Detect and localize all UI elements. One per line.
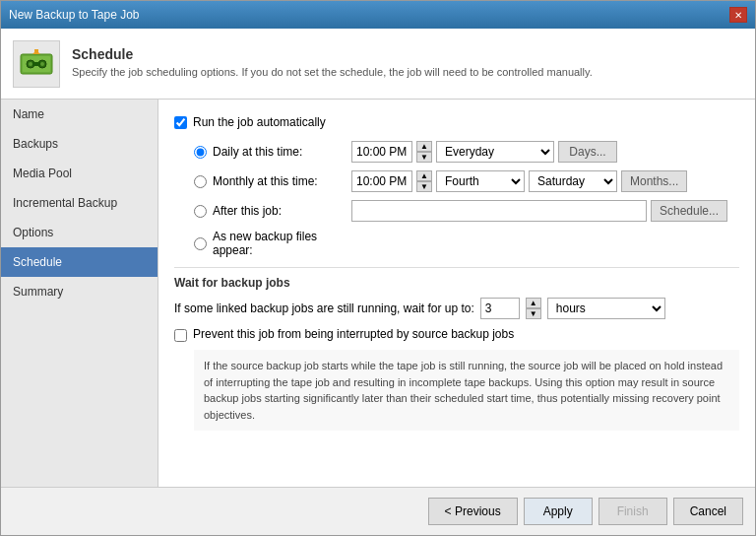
content-area: Name Backups Media Pool Incremental Back… (1, 100, 755, 487)
prevent-label[interactable]: Prevent this job from being interrupted … (193, 327, 514, 341)
run-auto-label[interactable]: Run the job automatically (193, 115, 326, 129)
window-title: New Backup to Tape Job (9, 8, 140, 22)
sidebar: Name Backups Media Pool Incremental Back… (1, 100, 158, 487)
wait-row: If some linked backup jobs are still run… (174, 298, 739, 319)
monthly-row: Monthly at this time: ▲ ▼ First Second T… (194, 170, 739, 192)
as-new-row: As new backup files appear: (194, 230, 739, 257)
main-panel: Run the job automatically Daily at this … (158, 100, 755, 487)
daily-time-input[interactable] (351, 141, 412, 163)
daily-time-down[interactable]: ▼ (416, 152, 432, 163)
sidebar-item-media-pool[interactable]: Media Pool (1, 159, 158, 188)
as-new-radio[interactable] (194, 237, 207, 250)
monthly-time-down[interactable]: ▼ (416, 181, 432, 192)
after-job-group: Atlanta Application Servers Backup (Crea… (351, 200, 727, 222)
footer: < Previous Apply Finish Cancel (1, 487, 755, 535)
schedule-options: Daily at this time: ▲ ▼ Everyday Weekday… (194, 141, 739, 257)
header-icon (13, 40, 60, 88)
monthly-radio-label[interactable]: Monthly at this time: (194, 174, 351, 188)
header-description: Specify the job scheduling options. If y… (72, 65, 593, 80)
previous-button[interactable]: < Previous (428, 498, 518, 525)
wait-section: Wait for backup jobs If some linked back… (174, 267, 739, 431)
daily-time-up[interactable]: ▲ (416, 141, 432, 152)
main-window: New Backup to Tape Job ✕ Schedule Specif… (0, 0, 756, 536)
as-new-radio-label[interactable]: As new backup files appear: (194, 230, 351, 257)
cancel-button[interactable]: Cancel (673, 498, 743, 525)
daily-row: Daily at this time: ▲ ▼ Everyday Weekday… (194, 141, 739, 163)
after-job-input[interactable]: Atlanta Application Servers Backup (Crea… (351, 200, 647, 222)
apply-button[interactable]: Apply (524, 498, 593, 525)
sidebar-item-schedule[interactable]: Schedule (1, 247, 158, 277)
svg-point-5 (40, 62, 44, 66)
wait-title: Wait for backup jobs (174, 276, 739, 290)
schedule-button[interactable]: Schedule... (651, 200, 727, 222)
daily-radio[interactable] (194, 146, 207, 159)
monthly-radio[interactable] (194, 175, 207, 188)
after-radio[interactable] (194, 205, 207, 218)
monthly-time-spinner: ▲ ▼ (416, 170, 432, 192)
daily-time-group: ▲ ▼ Everyday Weekdays Weekends Days... (351, 141, 617, 163)
close-button[interactable]: ✕ (729, 7, 747, 23)
prevent-row: Prevent this job from being interrupted … (174, 327, 739, 342)
info-box: If the source backup job starts while th… (194, 350, 739, 431)
sidebar-item-name[interactable]: Name (1, 100, 158, 129)
svg-rect-6 (32, 62, 40, 66)
after-job-row: After this job: Atlanta Application Serv… (194, 200, 739, 222)
daily-frequency-combo[interactable]: Everyday Weekdays Weekends (436, 141, 554, 163)
header: Schedule Specify the job scheduling opti… (1, 29, 755, 100)
tape-icon (19, 46, 54, 82)
daily-time-spinner: ▲ ▼ (416, 141, 432, 163)
monthly-time-group: ▲ ▼ First Second Third Fourth Last Monda… (351, 170, 687, 192)
wait-spinner: ▲ ▼ (526, 298, 541, 319)
monthly-week-combo[interactable]: First Second Third Fourth Last (436, 170, 525, 192)
svg-point-3 (29, 62, 32, 66)
wait-down[interactable]: ▼ (526, 308, 541, 319)
wait-label: If some linked backup jobs are still run… (174, 302, 474, 315)
months-button[interactable]: Months... (621, 170, 687, 192)
run-auto-row: Run the job automatically (174, 115, 739, 129)
run-auto-checkbox[interactable] (174, 116, 187, 129)
daily-radio-label[interactable]: Daily at this time: (194, 145, 351, 159)
svg-rect-8 (34, 49, 38, 54)
sidebar-item-options[interactable]: Options (1, 218, 158, 247)
header-title: Schedule (72, 46, 593, 62)
prevent-checkbox[interactable] (174, 329, 187, 342)
monthly-time-up[interactable]: ▲ (416, 170, 432, 181)
monthly-day-combo[interactable]: Monday Tuesday Wednesday Thursday Friday… (529, 170, 617, 192)
wait-up[interactable]: ▲ (526, 298, 541, 308)
header-text-block: Schedule Specify the job scheduling opti… (72, 46, 593, 80)
sidebar-item-summary[interactable]: Summary (1, 277, 158, 306)
info-text: If the source backup job starts while th… (204, 360, 723, 421)
wait-unit-combo[interactable]: minutes hours days (547, 298, 665, 319)
sidebar-item-backups[interactable]: Backups (1, 129, 158, 159)
after-radio-label[interactable]: After this job: (194, 204, 351, 218)
title-bar: New Backup to Tape Job ✕ (1, 1, 755, 29)
sidebar-item-incremental[interactable]: Incremental Backup (1, 188, 158, 218)
wait-number-input[interactable] (480, 298, 520, 319)
monthly-time-input[interactable] (351, 170, 412, 192)
finish-button[interactable]: Finish (598, 498, 667, 525)
days-button[interactable]: Days... (558, 141, 617, 163)
